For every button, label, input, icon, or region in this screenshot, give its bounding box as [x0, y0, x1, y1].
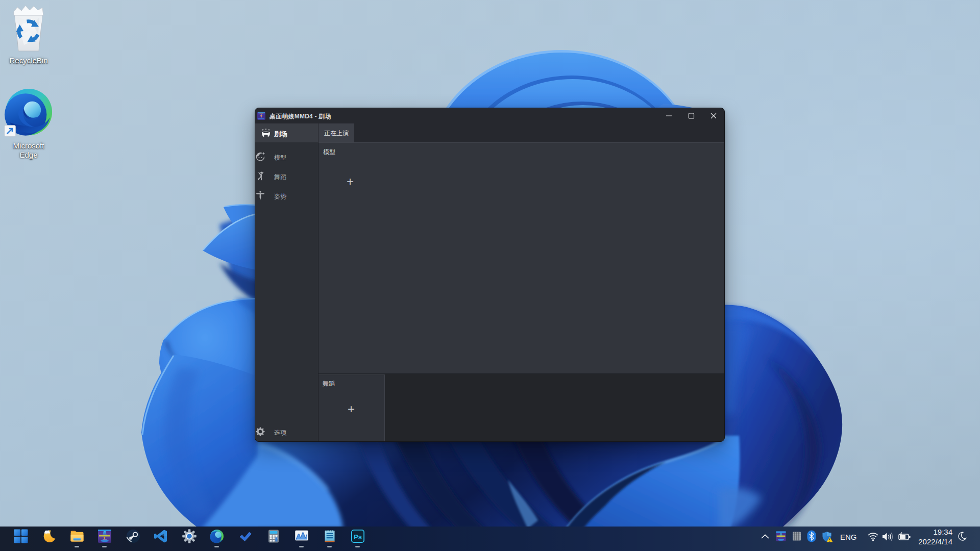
svg-text:Ps: Ps	[354, 533, 362, 541]
